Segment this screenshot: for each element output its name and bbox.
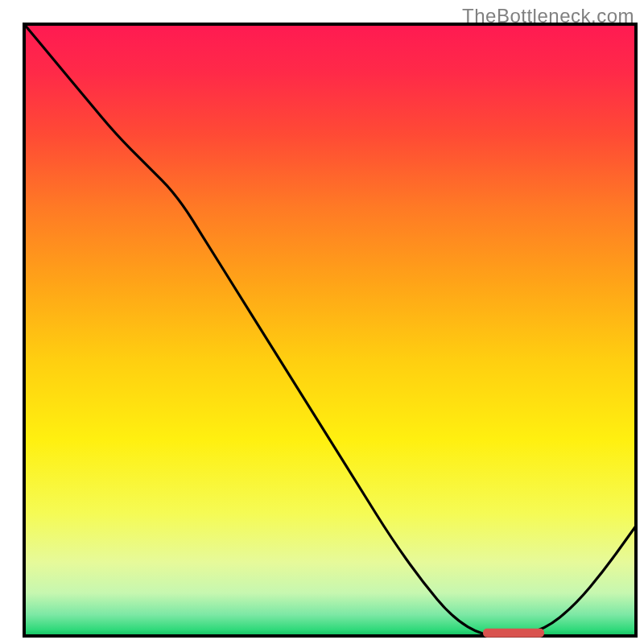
watermark-text: TheBottleneck.com [462,5,634,27]
plot-background [24,24,636,636]
bottleneck-chart: TheBottleneck.com [0,0,644,644]
chart-svg [0,0,644,644]
optimal-marker [483,629,544,638]
